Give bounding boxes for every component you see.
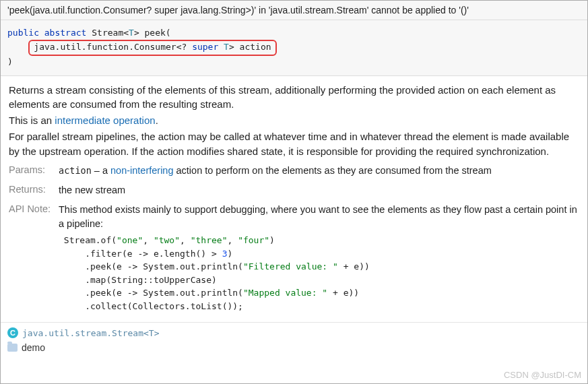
javadoc-description: Returns a stream consisting of the eleme… — [1, 76, 587, 164]
error-title-bar: 'peek(java.util.function.Consumer? super… — [1, 1, 587, 20]
module-reference-row[interactable]: demo — [7, 340, 581, 355]
non-interfering-link[interactable]: non-interfering — [110, 165, 174, 176]
apinote-label: API Note: — [9, 203, 59, 214]
returns-row: Returns: the new stream — [9, 183, 579, 197]
folder-icon — [7, 344, 18, 352]
params-content: action – a non-interfering action to per… — [59, 164, 579, 178]
method-name: peek — [145, 28, 166, 38]
parameter-highlight: java.util.function.Consumer<? super T> a… — [28, 40, 276, 56]
error-title-text: 'peek(java.util.function.Consumer? super… — [7, 5, 469, 15]
returns-content: the new stream — [59, 183, 579, 197]
params-row: Params: action – a non-interfering actio… — [9, 164, 579, 178]
generic-param: T — [129, 28, 134, 38]
return-type: Stream — [92, 28, 123, 38]
param-action-name: action — [59, 165, 92, 176]
param-name: action — [240, 42, 271, 52]
class-path: java.util.stream.Stream<T> — [22, 328, 160, 338]
javadoc-sections: Params: action – a non-interfering actio… — [1, 164, 587, 322]
params-label: Params: — [9, 164, 59, 175]
description-para-3: For parallel stream pipelines, the actio… — [9, 129, 579, 159]
description-para-2: This is an intermediate operation. — [9, 113, 579, 128]
watermark: CSDN @JustDI-CM — [504, 370, 581, 380]
class-icon: C — [7, 327, 18, 338]
modifier-public: public — [7, 28, 39, 38]
intermediate-operation-link[interactable]: intermediate operation — [55, 115, 155, 126]
description-para-1: Returns a stream consisting of the eleme… — [9, 83, 579, 113]
apinote-content: This method exists mainly to support deb… — [59, 203, 579, 313]
modifier-abstract: abstract — [44, 28, 87, 38]
code-example: Stream.of("one", "two", "three", "four")… — [59, 234, 579, 313]
module-name: demo — [22, 342, 45, 353]
returns-label: Returns: — [9, 183, 59, 195]
apinote-row: API Note: This method exists mainly to s… — [9, 203, 579, 313]
param-type: java.util.function.Consumer<? — [34, 42, 187, 52]
method-signature: public abstract Stream<T> peek( java.uti… — [1, 20, 587, 76]
documentation-footer: C java.util.stream.Stream<T> demo — [1, 322, 587, 356]
class-reference-row[interactable]: C java.util.stream.Stream<T> — [7, 325, 581, 340]
